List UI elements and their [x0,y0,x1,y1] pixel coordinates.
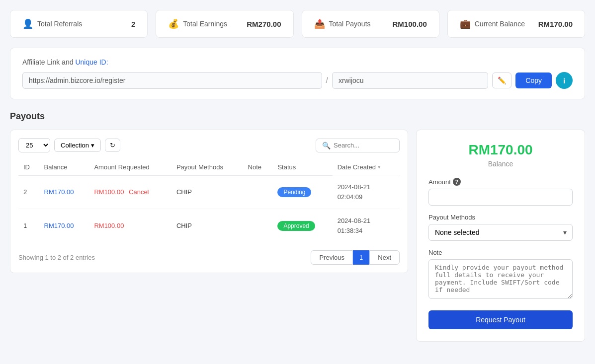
balance-link[interactable]: RM170.00 [44,222,74,229]
cell-balance: RM170.00 [39,175,89,209]
balance-label: Current Balance [475,20,525,28]
per-page-select[interactable]: 25 50 100 [18,138,50,152]
table-toolbar: 25 50 100 Collection ▾ ↻ 🔍 [18,138,400,152]
cell-date: 2024-08-2101:38:34 [333,209,400,243]
col-method: Payout Methods [171,159,243,175]
payouts-layout: 25 50 100 Collection ▾ ↻ 🔍 ID Balance [10,130,585,342]
payout-methods-select-wrapper: None selected CHIP [428,224,573,241]
cell-note [243,209,273,243]
note-textarea[interactable] [428,259,573,299]
cell-id: 2 [18,175,39,209]
amount-input[interactable] [428,189,573,206]
payouts-table: ID Balance Amount Requested Payout Metho… [18,159,400,242]
showing-text: Showing 1 to 2 of 2 entries [18,254,95,261]
amount-value: RM100.00 [94,188,124,196]
note-form-label: Note [428,249,573,256]
search-icon: 🔍 [322,142,331,149]
stats-row: 👤 Total Referrals 2 💰 Total Earnings RM2… [10,10,585,38]
col-note: Note [243,159,273,175]
cell-method: CHIP [171,175,243,209]
affiliate-link-input[interactable] [22,72,322,89]
earnings-label: Total Earnings [183,20,227,28]
request-payout-button[interactable]: Request Payout [428,310,573,329]
cell-status: Pending [272,175,332,209]
cell-date: 2024-08-2102:04:09 [333,175,400,209]
stat-label-balance: 💼 Current Balance [460,18,525,29]
payouts-title: Payouts [10,111,585,122]
cell-balance: RM170.00 [39,209,89,243]
stat-card-payouts: 📤 Total Payouts RM100.00 [302,10,439,38]
search-input[interactable] [334,142,393,149]
refresh-button[interactable]: ↻ [105,139,120,152]
stat-label-earnings: 💰 Total Earnings [168,18,227,29]
col-balance: Balance [39,159,89,175]
cell-id: 1 [18,209,39,243]
collection-button[interactable]: Collection ▾ [54,139,101,152]
amount-help-icon: ? [453,178,461,186]
balance-link[interactable]: RM170.00 [44,188,74,196]
panel-balance-amount: RM170.00 [428,142,573,158]
affiliate-label: Affiliate Link and Unique ID: [22,58,573,66]
collection-label: Collection [61,142,89,149]
col-amount: Amount Requested [89,159,171,175]
balance-value: RM170.00 [538,20,573,28]
referrals-label: Total Referrals [37,20,82,28]
affiliate-id-input[interactable] [332,72,488,89]
amount-value: RM100.00 [94,222,124,229]
stat-label-payouts: 📤 Total Payouts [314,18,371,29]
table-row: 1 RM170.00 RM100.00 CHIP Approved 2024-0… [18,209,400,243]
payout-methods-select[interactable]: None selected CHIP [428,224,573,241]
cell-status: Approved [272,209,332,243]
previous-button[interactable]: Previous [311,250,353,265]
table-row: 2 RM170.00 RM100.00 Cancel CHIP Pending … [18,175,400,209]
cell-method: CHIP [171,209,243,243]
col-date: Date Created ▾ [333,159,400,175]
payout-methods-label: Payout Methods [428,214,573,221]
referrals-icon: 👤 [22,18,33,29]
stat-card-earnings: 💰 Total Earnings RM270.00 [156,10,293,38]
stat-card-referrals: 👤 Total Referrals 2 [10,10,148,38]
info-button[interactable]: i [556,72,573,89]
copy-button[interactable]: Copy [515,73,552,88]
balance-icon: 💼 [460,18,471,29]
next-button[interactable]: Next [369,250,400,265]
slash-separator: / [326,76,328,85]
payouts-icon: 📤 [314,18,325,29]
earnings-value: RM270.00 [247,20,281,28]
edit-button[interactable]: ✏️ [492,73,511,88]
affiliate-input-row: / ✏️ Copy i [22,72,573,89]
collection-chevron-icon: ▾ [91,142,94,149]
cancel-link[interactable]: Cancel [129,188,149,196]
cell-amount: RM100.00 [89,209,171,243]
page-1-button[interactable]: 1 [353,250,369,265]
stat-label-referrals: 👤 Total Referrals [22,18,82,29]
status-badge: Pending [277,187,311,197]
right-panel: RM170.00 Balance Amount ? Payout Methods… [416,130,585,342]
sort-icon: ▾ [378,164,381,170]
toolbar-left: 25 50 100 Collection ▾ ↻ [18,138,120,152]
amount-label: Amount ? [428,178,573,186]
col-id: ID [18,159,39,175]
affiliate-section: Affiliate Link and Unique ID: / ✏️ Copy … [10,48,585,99]
panel-balance-label: Balance [428,160,573,168]
payouts-label: Total Payouts [329,20,371,28]
cell-amount: RM100.00 Cancel [89,175,171,209]
col-status: Status [272,159,332,175]
pagination-row: Showing 1 to 2 of 2 entries Previous 1 N… [18,250,400,265]
table-card: 25 50 100 Collection ▾ ↻ 🔍 ID Balance [10,130,408,273]
pagination-buttons: Previous 1 Next [311,250,400,265]
search-wrapper: 🔍 [316,139,400,152]
status-badge: Approved [277,221,315,231]
stat-card-balance: 💼 Current Balance RM170.00 [447,10,585,38]
referrals-value: 2 [131,20,135,28]
cell-note [243,175,273,209]
payouts-value: RM100.00 [393,20,427,28]
earnings-icon: 💰 [168,18,179,29]
